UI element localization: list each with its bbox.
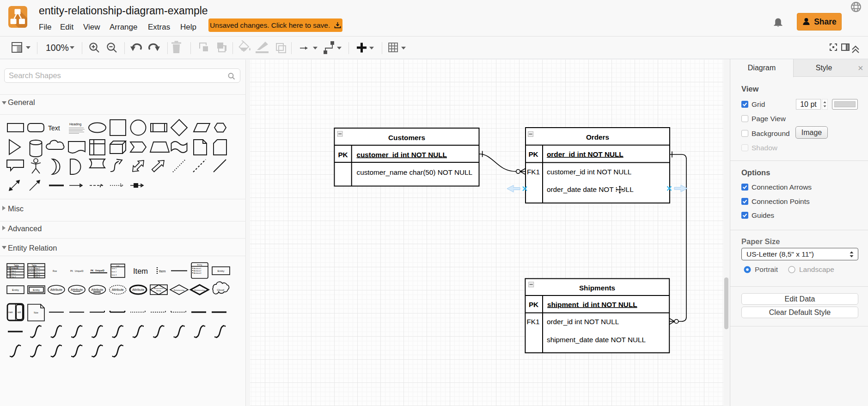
svg-text:Entity: Entity: [12, 289, 19, 291]
svg-text:Attribute3: Attribute3: [194, 272, 201, 274]
svg-text:Row 1: Row 1: [11, 270, 16, 272]
svg-text:Row 3: Row 3: [35, 274, 40, 276]
svg-text:customer_name char(50) NOT NUL: customer_name char(50) NOT NULL: [357, 168, 473, 176]
svg-text:Attribute: Attribute: [132, 288, 144, 291]
svg-text:Entity: Entity: [197, 264, 202, 266]
svg-text:100%: 100%: [46, 43, 69, 53]
svg-text:List: List: [116, 265, 120, 267]
svg-text:Entity: Entity: [156, 289, 161, 292]
svg-text:Relationship: Relationship: [174, 289, 185, 291]
svg-text:order_id int NOT NULL: order_id int NOT NULL: [547, 150, 623, 158]
svg-text:Row: Row: [53, 270, 57, 272]
svg-text:customer_id int NOT NULL: customer_id int NOT NULL: [547, 168, 631, 176]
svg-text:Note: Note: [34, 312, 38, 314]
svg-text:sub: sub: [18, 311, 21, 314]
svg-text:Heading: Heading: [69, 123, 81, 126]
svg-text:Row 2: Row 2: [11, 273, 16, 275]
svg-text:PK: PK: [7, 267, 10, 269]
svg-text:Item: Item: [159, 269, 166, 273]
svg-text:customer_id int NOT NULL: customer_id int NOT NULL: [357, 151, 447, 159]
svg-text:PK,FK2: PK,FK2: [28, 271, 34, 273]
svg-text:Table: Table: [14, 265, 19, 267]
svg-text:Item 2: Item 2: [112, 271, 117, 273]
svg-text:PK,FK1: PK,FK1: [28, 268, 34, 270]
svg-text:Item: Item: [133, 267, 148, 275]
svg-text:Attribute1: Attribute1: [194, 268, 201, 270]
svg-text:Orders: Orders: [586, 133, 609, 141]
svg-text:PK: PK: [338, 151, 348, 159]
svg-text:PK: PK: [529, 301, 538, 308]
svg-text:Cloud: Cloud: [217, 289, 224, 291]
svg-text:Item 3: Item 3: [112, 274, 117, 276]
svg-text:main: main: [8, 311, 13, 314]
svg-text:FK1: FK1: [527, 168, 540, 176]
svg-text:Customers: Customers: [388, 134, 425, 141]
svg-text:Entity: Entity: [33, 289, 40, 291]
svg-text:UniqueID: UniqueID: [11, 267, 18, 269]
svg-text:Shipments: Shipments: [579, 284, 615, 292]
svg-text:Row 3: Row 3: [11, 276, 16, 278]
svg-text:PK UniqueID: PK UniqueID: [91, 270, 105, 272]
svg-text:PK: PK: [528, 150, 538, 158]
svg-text:Text: Text: [48, 124, 60, 132]
svg-text:FK1: FK1: [526, 318, 539, 326]
svg-text:PK UniqueID: PK UniqueID: [70, 270, 84, 272]
svg-text:Table: Table: [32, 265, 37, 267]
svg-text:Relationship: Relationship: [194, 289, 205, 291]
svg-text:Row 2: Row 2: [35, 271, 40, 273]
svg-text:Attribute2: Attribute2: [194, 270, 201, 272]
svg-text:Entity: Entity: [217, 270, 224, 272]
svg-text:shipment_date date NOT NULL: shipment_date date NOT NULL: [547, 336, 646, 344]
svg-text:Row 4: Row 4: [35, 276, 40, 278]
svg-text:Row 1: Row 1: [35, 268, 40, 270]
svg-text:order_id int NOT NULL: order_id int NOT NULL: [547, 318, 619, 326]
svg-text:shipment_id int NOT NULL: shipment_id int NOT NULL: [547, 301, 637, 308]
svg-text:Item 1: Item 1: [112, 268, 117, 270]
